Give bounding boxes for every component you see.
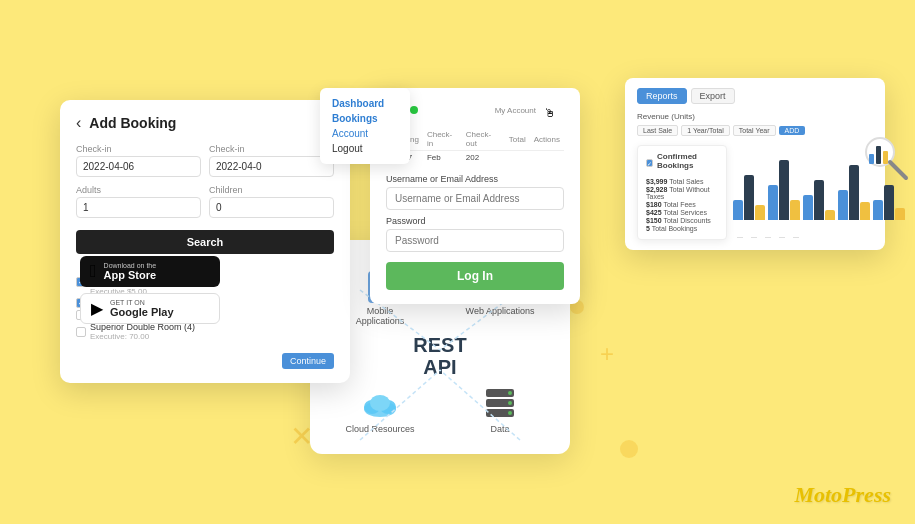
filter-row: Last Sale 1 Year/Total Total Year ADD <box>637 125 873 136</box>
bar-dark-2 <box>779 160 789 220</box>
googleplay-icon: ▶ <box>91 299 103 318</box>
reports-widget: Reports Export Revenue (Units) Last Sale… <box>625 78 885 250</box>
bar-dark-5 <box>884 185 894 220</box>
adults-select[interactable]: 123 <box>76 197 201 218</box>
mobile-label: MobileApplications <box>356 306 405 326</box>
svg-rect-3 <box>876 146 881 164</box>
api-grid-bottom: Cloud Resources Data <box>326 390 554 434</box>
cursor-icon: 🖱 <box>544 106 556 120</box>
children-label: Children <box>209 185 334 195</box>
data-label: Data <box>490 424 509 434</box>
adults-label: Adults <box>76 185 201 195</box>
api-label-main: API <box>413 356 466 378</box>
apply-button[interactable]: ADD <box>779 126 806 135</box>
nav-dashboard[interactable]: Dashboard <box>332 96 398 111</box>
booking-total <box>505 151 530 165</box>
revenue-label: Revenue (Units) <box>637 112 873 121</box>
x-label-5: — <box>793 234 799 240</box>
reports-tab-bar: Reports Export <box>637 88 873 104</box>
server-icon <box>480 390 520 420</box>
email-input[interactable] <box>386 187 564 210</box>
googleplay-line2: Google Play <box>110 306 174 318</box>
nav-account[interactable]: Account <box>332 126 398 141</box>
svg-point-23 <box>508 401 512 405</box>
checkout-group: Check-in <box>209 144 334 177</box>
room-checkbox-4[interactable] <box>76 327 86 337</box>
x-label-2: — <box>751 234 757 240</box>
booking-checkin: Feb <box>423 151 462 165</box>
col-checkout: Check-out <box>462 128 505 151</box>
apple-icon:  <box>90 261 97 282</box>
appstore-line1: Download on the <box>104 262 157 269</box>
bar-dark-3 <box>814 180 824 220</box>
tab-export[interactable]: Export <box>691 88 735 104</box>
bar-blue-2 <box>768 185 778 220</box>
bar-yellow-3 <box>825 210 835 220</box>
svg-point-18 <box>370 395 390 411</box>
checkout-input[interactable] <box>209 156 334 177</box>
filter-1quarter[interactable]: 1 Year/Total <box>681 125 730 136</box>
appstore-line2: App Store <box>104 269 157 281</box>
window-controls: My Account 🖱 <box>386 102 564 124</box>
back-button[interactable]: ‹ <box>76 114 81 132</box>
api-center: REST API <box>326 334 554 378</box>
search-button[interactable]: Search <box>76 230 334 254</box>
bar-dark-4 <box>849 165 859 220</box>
bar-group-2 <box>768 160 800 220</box>
checkin-input[interactable] <box>76 156 201 177</box>
bar-yellow-4 <box>860 202 870 220</box>
children-select[interactable]: 012 <box>209 197 334 218</box>
col-checkin: Check-in <box>423 128 462 151</box>
my-account-label: My Account <box>495 106 536 120</box>
x-label-3: — <box>765 234 771 240</box>
svg-rect-4 <box>883 151 888 164</box>
tab-reports[interactable]: Reports <box>637 88 687 104</box>
checkin-label: Check-in <box>76 144 201 154</box>
bar-group-5 <box>873 185 905 220</box>
svg-point-22 <box>508 391 512 395</box>
date-row: Check-in Check-in <box>76 144 334 177</box>
x-axis: — — — — — <box>733 234 905 240</box>
bar-group-1 <box>733 175 765 220</box>
password-input[interactable] <box>386 229 564 252</box>
svg-rect-2 <box>869 154 874 164</box>
stat-services: $425 Total Services <box>646 209 718 216</box>
googleplay-text: GET IT ON Google Play <box>110 299 174 318</box>
filter-lastsale[interactable]: Last Sale <box>637 125 678 136</box>
stats-title: Confirmed Bookings <box>657 152 718 170</box>
chart-area: ✓ Confirmed Bookings $3,999 Total Sales … <box>637 142 873 240</box>
filter-totalyear[interactable]: Total Year <box>733 125 776 136</box>
svg-point-24 <box>508 411 512 415</box>
room-item-4: Superior Double Room (4) Executive: 70.0… <box>76 322 334 341</box>
googleplay-badge[interactable]: ▶ GET IT ON Google Play <box>80 293 220 324</box>
children-group: Children 012 <box>209 185 334 218</box>
cloud-label: Cloud Resources <box>345 424 414 434</box>
magnifier-icon <box>860 132 910 182</box>
nav-bookings[interactable]: Bookings <box>332 111 398 126</box>
bar-blue-3 <box>803 195 813 220</box>
nav-logout[interactable]: Logout <box>332 141 398 156</box>
stat-discounts: $150 Total Discounts <box>646 217 718 224</box>
stat-totalsales: $3,999 Total Sales <box>646 178 718 185</box>
checkin-group: Check-in <box>76 144 201 177</box>
deco-plus-1: + <box>600 340 614 368</box>
rest-label: REST <box>413 334 466 356</box>
col-total: Total <box>505 128 530 151</box>
x-label-4: — <box>779 234 785 240</box>
stat-bookings: 5 Total Bookings <box>646 225 718 232</box>
deco-circle-3 <box>620 440 638 458</box>
password-label: Password <box>386 216 564 226</box>
stats-checkbox[interactable]: ✓ <box>646 159 653 167</box>
bar-chart-container: — — — — — <box>733 142 905 240</box>
booking-widget: ‹ Add Booking Check-in Check-in Adults 1… <box>60 100 350 383</box>
continue-button[interactable]: Continue <box>282 353 334 369</box>
guests-row: Adults 123 Children 012 <box>76 185 334 218</box>
email-label: Username or Email Address <box>386 174 564 184</box>
adults-group: Adults 123 <box>76 185 201 218</box>
web-label: Web Applications <box>466 306 535 316</box>
appstore-badge[interactable]:  Download on the App Store <box>80 256 220 287</box>
login-button[interactable]: Log In <box>386 262 564 290</box>
api-data: Data <box>446 390 554 434</box>
bar-dark-1 <box>744 175 754 220</box>
api-cloud: Cloud Resources <box>326 390 434 434</box>
